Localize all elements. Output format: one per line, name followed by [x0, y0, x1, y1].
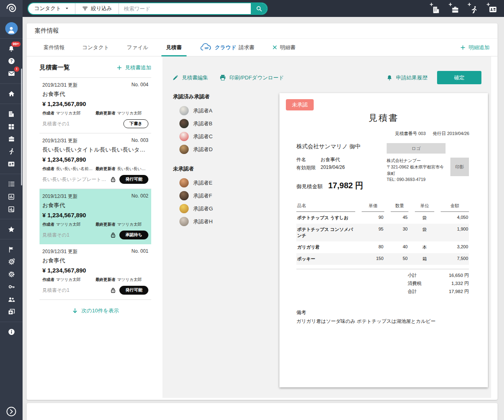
- page-title: 案件情報: [35, 27, 59, 35]
- quote-number: No. 004: [131, 82, 148, 89]
- filter-button[interactable]: 絞り込み: [75, 3, 119, 14]
- tab-contacts[interactable]: コンタクト: [73, 39, 118, 56]
- quote-number-label: 見積書番号 003: [395, 131, 425, 136]
- table-row: ガリガリ君8040本3,200: [296, 241, 469, 253]
- sidebar-item-info[interactable]: [0, 326, 23, 338]
- sidebar-item-permissions[interactable]: [0, 281, 23, 293]
- plus-icon: [429, 2, 433, 6]
- quote-list-panel: 見積書一覧 見積書追加 2019/12/31 更新No. 004 お食事代 ¥ …: [27, 56, 162, 400]
- sidebar-item-list[interactable]: [0, 178, 23, 190]
- status-badge: 発行可能: [119, 286, 148, 295]
- approver-item: 承認者E: [179, 178, 279, 187]
- tab-deal-info[interactable]: 案件情報: [35, 39, 73, 56]
- add-contact-button[interactable]: [487, 3, 498, 14]
- mail-icon: [8, 70, 15, 77]
- status-badge: 発行可能: [119, 175, 148, 184]
- divider: [0, 38, 23, 39]
- app-logo[interactable]: [0, 0, 23, 17]
- subject-value: お食事代: [321, 156, 340, 163]
- avatar: [179, 106, 189, 115]
- quote-card-002-selected[interactable]: 2019/12/31 更新No. 002 お食事代 ¥ 1,234,567,89…: [40, 189, 151, 244]
- close-icon[interactable]: [272, 45, 277, 50]
- sidebar-item-settings[interactable]: [0, 268, 23, 281]
- search-input[interactable]: [119, 3, 251, 14]
- add-quote-button[interactable]: 見積書追加: [117, 64, 151, 71]
- subtotal-value: 16,650 円: [449, 272, 469, 279]
- show-next-10-button[interactable]: 次の10件を表示: [72, 307, 119, 314]
- card-body: 見積書一覧 見積書追加 2019/12/31 更新No. 004 お食事代 ¥ …: [27, 56, 498, 400]
- add-detail-button[interactable]: 明細追加: [460, 39, 489, 56]
- notification-badge: 99+: [11, 42, 21, 47]
- deal-detail-card: 案件情報 案件情報 コンタクト ファイル 見積書 MF クラウド 請求書 明細書…: [27, 23, 498, 400]
- notifications-button[interactable]: 99+: [0, 42, 23, 55]
- sidebar-item-reports[interactable]: [0, 190, 23, 203]
- briefcase-icon: [8, 135, 15, 143]
- mail-badge: !: [14, 67, 19, 72]
- quote-preview-panel: 見積書編集 印刷/PDFダウンロード 申請結果履歴 確定: [162, 56, 491, 398]
- search-entity-selector[interactable]: コンタクト: [28, 3, 75, 14]
- topbar: コンタクト 絞り込み: [0, 0, 504, 17]
- printer-icon: [219, 74, 226, 81]
- sidebar-item-products[interactable]: [0, 120, 23, 133]
- notes-text: ガリガリ君はソーダ味のみ ポテトチップスは湖池屋とカルビー: [296, 318, 469, 325]
- sidebar-item-members[interactable]: [0, 293, 23, 306]
- sidebar-item-custom-reports[interactable]: [0, 203, 23, 215]
- quote-card-004[interactable]: 2019/12/31 更新No. 004 お食事代 ¥ 1,234,567,89…: [40, 78, 151, 133]
- issuer-info: 株式会社ナンブー 〒321-0962 栃木県宇都宮市今泉町 TEL: 090-3…: [387, 158, 447, 183]
- sidebar-item-favorites[interactable]: [0, 223, 23, 235]
- sidebar-item-deals[interactable]: [0, 133, 23, 145]
- sidebar-item-home[interactable]: [0, 87, 23, 100]
- amount-label: 御見積金額: [296, 183, 323, 190]
- stamp-placeholder: 印影: [450, 158, 469, 176]
- add-action-button[interactable]: [469, 3, 479, 14]
- divider: [296, 269, 469, 269]
- print-pdf-button[interactable]: 印刷/PDFダウンロード: [219, 74, 284, 81]
- quote-card-001[interactable]: 2019/12/31 更新No. 001 お食事代 ¥ 1,234,567,89…: [40, 244, 151, 299]
- document-title: 見積書: [286, 112, 481, 124]
- add-company-button[interactable]: [431, 3, 442, 14]
- table-row: ポテトチップス うすしお9045袋4,050: [296, 212, 469, 224]
- quote-template: 長い長い長いテンプレート名長…: [42, 176, 107, 183]
- tab-mf-cloud-invoice[interactable]: MF クラウド 請求書: [191, 39, 263, 56]
- table-header: 品名単価数量単位金額: [296, 202, 469, 212]
- document-meta: 見積書番号 003 発行日 2019/04/26: [286, 131, 469, 137]
- tax-value: 1,332 円: [452, 281, 469, 287]
- divider: [40, 299, 151, 300]
- mail-button[interactable]: !: [0, 67, 23, 80]
- bar-chart-gear-icon: [8, 206, 15, 213]
- spiral-logo-icon: [6, 3, 17, 14]
- tab-detail-doc[interactable]: 明細書: [263, 39, 304, 56]
- quick-add-actions: [431, 3, 498, 14]
- user-avatar[interactable]: [5, 22, 18, 35]
- divider: [0, 83, 23, 84]
- help-button[interactable]: ?: [0, 55, 23, 67]
- person-icon: [6, 25, 17, 35]
- add-deal-button[interactable]: [450, 3, 460, 14]
- filter-icon: [82, 5, 88, 12]
- quote-card-003[interactable]: 2019/12/31 更新No. 003 長い長い長いタイトル長い長い長いタイ……: [40, 133, 151, 189]
- edit-quote-button[interactable]: 見積書編集: [172, 74, 208, 81]
- quote-list-title: 見積書一覧: [40, 64, 70, 71]
- card-header: 案件情報: [27, 23, 498, 39]
- sidebar-item-actions[interactable]: [0, 145, 23, 158]
- confirm-button[interactable]: 確定: [437, 71, 481, 84]
- contact-card-icon: [7, 160, 15, 168]
- sidebar-expand-button[interactable]: [6, 406, 17, 417]
- tab-files[interactable]: ファイル: [118, 39, 157, 56]
- sidebar-item-contacts[interactable]: [0, 158, 23, 170]
- expiry-value: 2019/04/26: [321, 164, 345, 171]
- sidebar-scrollbar[interactable]: [21, 69, 22, 185]
- approval-history-button[interactable]: 申請結果履歴: [386, 74, 427, 81]
- avatar: [179, 204, 189, 213]
- tab-quotes[interactable]: 見積書: [157, 39, 191, 56]
- sidebar-item-companies[interactable]: [0, 108, 23, 120]
- table-row: ポテトチップス コンソメパンチ9530袋1,900: [296, 224, 469, 241]
- add-deal-icon: [451, 5, 460, 14]
- search-button[interactable]: [251, 3, 267, 14]
- sidebar-item-auto-settings[interactable]: [0, 256, 23, 268]
- global-search-bar: コンタクト 絞り込み: [27, 2, 268, 15]
- plus-icon: [467, 2, 471, 6]
- sidebar-item-goals[interactable]: [0, 243, 23, 256]
- key-icon: [8, 283, 15, 291]
- sidebar-item-integrations[interactable]: [0, 306, 23, 318]
